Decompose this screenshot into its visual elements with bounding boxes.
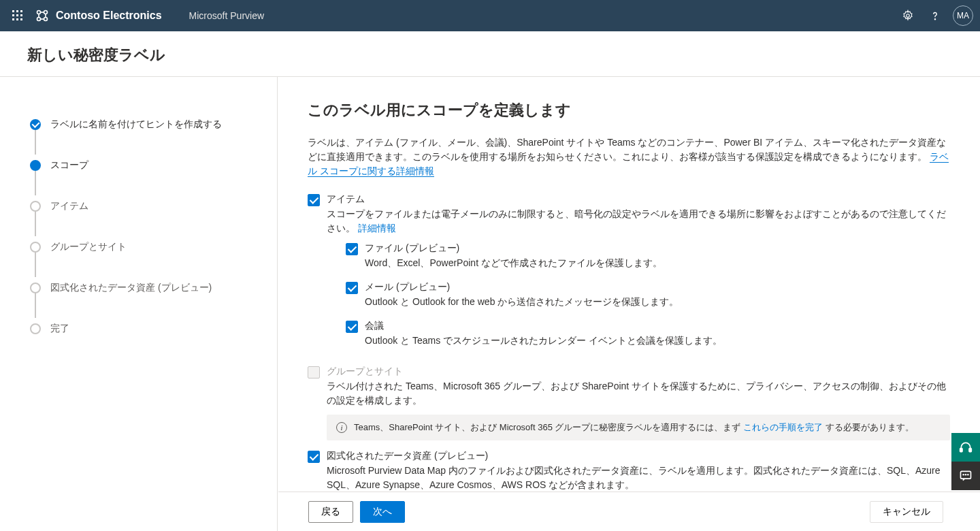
header: Contoso Electronics Microsoft Purview MA [0,0,980,31]
page-title-bar: 新しい秘密度ラベル [0,31,980,77]
svg-rect-20 [969,449,971,452]
meetings-checkbox[interactable] [346,321,358,333]
scope-assets: 図式化されたデータ資産 (プレビュー) Microsoft Purview Da… [308,450,950,492]
scope-items: アイテム スコープをファイルまたは電子メールのみに制限すると、暗号化の設定やラベ… [308,193,950,359]
sub-files: ファイル (プレビュー) Word、Excel、PowerPoint などで作成… [346,242,950,276]
svg-point-17 [906,14,910,18]
content-heading: このラベル用にスコープを定義します [308,100,950,120]
mail-title: メール (プレビュー) [365,281,950,293]
assets-title: 図式化されたデータ資産 (プレビュー) [327,450,950,462]
org-branding: Contoso Electronics [35,9,162,22]
items-more-link[interactable]: 詳細情報 [358,223,396,234]
items-title: アイテム [327,193,950,206]
svg-rect-8 [20,18,22,20]
svg-rect-3 [12,14,14,16]
org-logo-icon [35,9,49,22]
wizard-nav: ラベルに名前を付けてヒントを作成する スコープ アイテム グループとサイト 図式… [0,77,278,531]
files-title: ファイル (プレビュー) [365,242,950,255]
sub-meetings: 会議 Outlook と Teams でスケジュールされたカレンダー イベントと… [346,320,950,353]
page-title: 新しい秘密度ラベル [27,45,953,65]
wizard-step-items[interactable]: アイテム [30,186,277,227]
wizard-step-groups[interactable]: グループとサイト [30,227,277,268]
step-label: ラベルに名前を付けてヒントを作成する [50,118,222,131]
assets-desc: Microsoft Purview Data Map 内のファイルおよび図式化さ… [327,464,950,492]
svg-point-10 [44,11,48,14]
items-desc: スコープをファイルまたは電子メールのみに制限すると、暗号化の設定やラベルを適用で… [327,207,950,236]
svg-point-9 [37,11,41,14]
org-name: Contoso Electronics [56,10,162,22]
groups-title: グループとサイト [327,366,950,378]
sub-mail: メール (プレビュー) Outlook と Outlook for the we… [346,281,950,315]
meetings-desc: Outlook と Teams でスケジュールされたカレンダー イベントと会議を… [365,334,950,348]
items-checkbox[interactable] [308,194,320,206]
svg-rect-2 [20,10,22,12]
mail-desc: Outlook と Outlook for the web から送信されたメッセ… [365,295,950,309]
files-checkbox[interactable] [346,243,358,255]
settings-icon[interactable] [897,5,919,27]
info-suffix: する必要があります。 [823,422,914,432]
wizard-step-scope[interactable]: スコープ [30,145,277,186]
step-status-icon [30,119,41,130]
groups-checkbox [308,366,320,379]
step-label: スコープ [50,159,88,172]
support-headset-icon[interactable] [951,433,980,462]
help-icon[interactable] [924,5,946,27]
step-status-icon [30,283,41,293]
wizard-step-name[interactable]: ラベルに名前を付けてヒントを作成する [30,104,277,145]
step-label: アイテム [50,200,88,212]
feedback-icon[interactable] [951,462,980,490]
step-status-icon [30,160,41,171]
svg-rect-7 [16,18,18,20]
files-desc: Word、Excel、PowerPoint などで作成されたファイルを保護します… [365,256,950,270]
wizard-step-finish[interactable]: 完了 [30,308,277,349]
user-avatar[interactable]: MA [953,5,973,26]
intro-body: ラベルは、アイテム (ファイル、メール、会議)、SharePoint サイトや … [308,137,946,162]
info-link[interactable]: これらの手順を完了 [743,422,823,432]
step-label: 完了 [50,323,69,335]
groups-desc: ラベル付けされた Teams、Microsoft 365 グループ、および Sh… [327,379,950,408]
step-label: グループとサイト [50,241,127,253]
back-button[interactable]: 戻る [308,501,353,523]
step-status-icon [30,201,41,212]
svg-rect-5 [20,14,22,16]
svg-point-11 [37,18,41,21]
svg-rect-4 [16,14,18,16]
step-status-icon [30,242,41,253]
svg-point-18 [934,19,935,20]
svg-rect-19 [960,449,962,452]
intro-text: ラベルは、アイテム (ファイル、メール、会議)、SharePoint サイトや … [308,135,950,178]
content-area: このラベル用にスコープを定義します ラベルは、アイテム (ファイル、メール、会議… [278,77,980,531]
svg-rect-1 [16,10,18,12]
step-label: 図式化されたデータ資産 (プレビュー) [50,282,212,294]
cancel-button[interactable]: キャンセル [870,501,943,523]
svg-point-12 [44,18,48,21]
app-launcher-icon[interactable] [7,5,29,27]
svg-rect-6 [12,18,14,20]
wizard-step-assets[interactable]: 図式化されたデータ資産 (プレビュー) [30,268,277,308]
next-button[interactable]: 次へ [360,501,405,523]
product-name: Microsoft Purview [189,10,264,21]
mail-checkbox[interactable] [346,282,358,294]
info-icon: i [336,422,347,433]
step-status-icon [30,323,41,334]
meetings-title: 会議 [365,320,950,332]
svg-rect-0 [12,10,14,12]
groups-info-bar: i Teams、SharePoint サイト、および Microsoft 365… [327,415,950,440]
scope-groups: グループとサイト ラベル付けされた Teams、Microsoft 365 グル… [308,366,950,408]
wizard-footer: 戻る 次へ キャンセル [278,492,980,531]
assets-checkbox[interactable] [308,451,320,463]
info-prefix: Teams、SharePoint サイト、および Microsoft 365 グ… [354,422,743,432]
